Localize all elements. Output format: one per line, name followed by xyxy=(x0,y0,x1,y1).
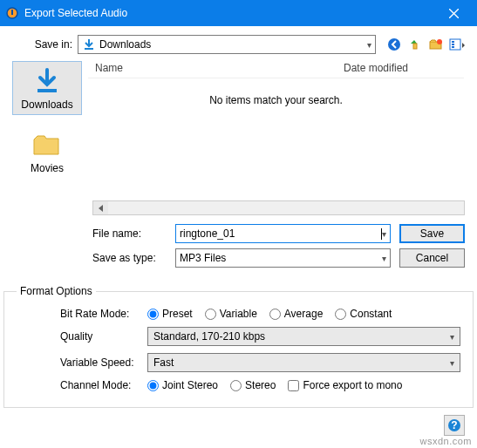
column-date[interactable]: Date modified xyxy=(344,62,457,74)
sidebar-item-movies[interactable]: Movies xyxy=(12,126,82,178)
variable-speed-select[interactable]: Fast ▾ xyxy=(147,353,460,372)
places-sidebar: Downloads Movies xyxy=(12,59,82,199)
quality-value: Standard, 170-210 kbps xyxy=(153,330,265,343)
chevron-down-icon: ▾ xyxy=(382,254,386,263)
svg-point-5 xyxy=(388,38,400,51)
watermark: wsxdn.com xyxy=(419,436,472,446)
variable-speed-label: Variable Speed: xyxy=(60,356,147,369)
app-icon xyxy=(5,6,19,20)
bitrate-mode-label: Bit Rate Mode: xyxy=(60,308,147,320)
svg-text:?: ? xyxy=(451,419,457,431)
save-button[interactable]: Save xyxy=(399,224,465,243)
channel-mode-group: Joint Stereo Stereo xyxy=(147,379,276,391)
format-options-legend: Format Options xyxy=(17,285,96,297)
svg-rect-4 xyxy=(85,48,93,50)
save-type-combo[interactable]: MP3 Files ▾ xyxy=(175,248,391,268)
channel-joint-stereo-radio[interactable]: Joint Stereo xyxy=(147,379,218,391)
downloads-icon xyxy=(82,37,96,51)
window-title: Export Selected Audio xyxy=(24,7,435,19)
folder-icon xyxy=(30,129,65,160)
scroll-left-arrow[interactable] xyxy=(93,201,108,214)
chevron-down-icon: ▾ xyxy=(450,358,454,368)
svg-rect-9 xyxy=(450,39,460,50)
file-list[interactable]: Name Date modified No items match your s… xyxy=(87,59,465,199)
save-type-label: Save as type: xyxy=(92,252,175,264)
svg-point-8 xyxy=(437,39,442,44)
view-menu-icon[interactable] xyxy=(449,37,465,52)
downloads-icon xyxy=(30,65,65,97)
svg-rect-11 xyxy=(452,44,454,45)
svg-rect-12 xyxy=(452,46,454,48)
bitrate-variable-radio[interactable]: Variable xyxy=(205,308,257,320)
sidebar-item-downloads[interactable]: Downloads xyxy=(12,61,82,115)
save-in-label: Save in: xyxy=(12,38,78,51)
quality-select[interactable]: Standard, 170-210 kbps ▾ xyxy=(147,327,460,346)
variable-speed-value: Fast xyxy=(153,356,174,369)
channel-stereo-radio[interactable]: Stereo xyxy=(230,379,276,391)
chevron-down-icon: ▾ xyxy=(367,40,371,50)
svg-rect-1 xyxy=(11,10,13,15)
chevron-down-icon: ▾ xyxy=(450,332,454,342)
svg-rect-10 xyxy=(452,41,454,43)
svg-rect-13 xyxy=(37,89,57,92)
chevron-down-icon[interactable]: ▾ xyxy=(382,229,386,239)
cancel-button[interactable]: Cancel xyxy=(399,248,465,268)
bitrate-mode-group: Preset Variable Average Constant xyxy=(147,308,392,320)
new-folder-icon[interactable] xyxy=(428,37,444,52)
titlebar: Export Selected Audio xyxy=(0,0,477,26)
file-name-label: File name: xyxy=(92,227,175,240)
svg-rect-6 xyxy=(413,44,417,49)
save-in-value: Downloads xyxy=(99,38,151,51)
sidebar-item-label: Downloads xyxy=(21,98,72,111)
close-button[interactable] xyxy=(435,0,472,26)
save-type-value: MP3 Files xyxy=(180,252,226,264)
quality-label: Quality xyxy=(60,330,147,343)
file-list-header[interactable]: Name Date modified xyxy=(88,60,464,78)
horizontal-scrollbar[interactable] xyxy=(92,200,465,215)
save-in-combo[interactable]: Downloads ▾ xyxy=(78,35,376,54)
bitrate-preset-radio[interactable]: Preset xyxy=(147,308,193,320)
help-button[interactable]: ? xyxy=(444,415,465,436)
file-name-combo[interactable]: ▾ xyxy=(175,224,391,243)
nav-up-icon[interactable] xyxy=(407,37,423,52)
column-name[interactable]: Name xyxy=(95,62,344,74)
channel-mode-label: Channel Mode: xyxy=(60,379,147,391)
bitrate-average-radio[interactable]: Average xyxy=(269,308,323,320)
file-name-input[interactable] xyxy=(180,227,381,240)
format-options-group: Format Options Bit Rate Mode: Preset Var… xyxy=(3,285,474,408)
nav-back-icon[interactable] xyxy=(386,37,402,52)
sidebar-item-label: Movies xyxy=(31,162,64,174)
bitrate-constant-radio[interactable]: Constant xyxy=(335,308,392,320)
force-mono-checkbox[interactable]: Force export to mono xyxy=(288,379,402,391)
empty-message: No items match your search. xyxy=(88,78,464,198)
